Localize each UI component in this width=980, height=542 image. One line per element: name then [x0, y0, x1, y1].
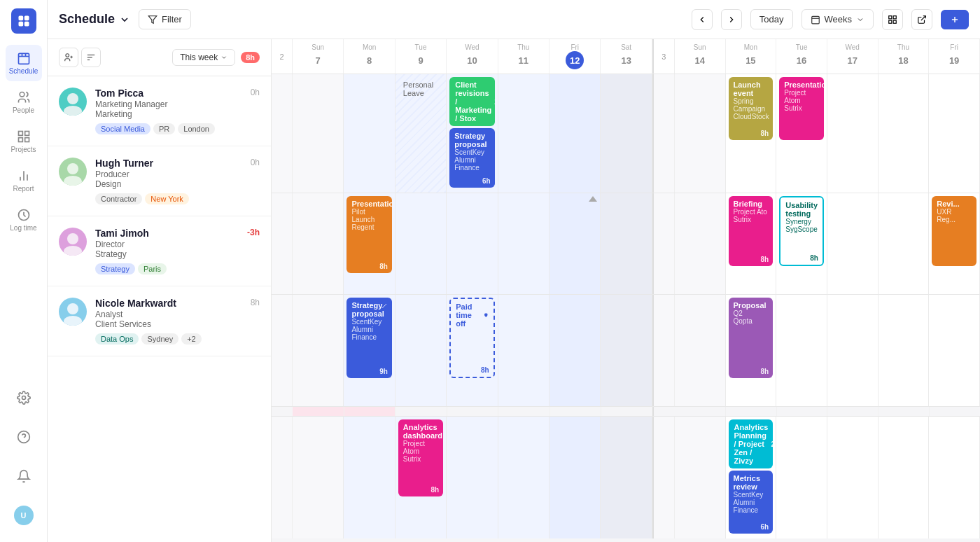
sidebar-item-schedule[interactable]: Schedule: [6, 45, 42, 81]
cell-tue9-row2[interactable]: [396, 193, 447, 294]
cell-tue16-row3[interactable]: [776, 295, 827, 406]
filter-button[interactable]: Filter: [139, 9, 191, 29]
person-item-nicole[interactable]: Nicole Markwardt Analyst Client Services…: [48, 286, 271, 356]
sort-button[interactable]: [81, 48, 101, 67]
day-header-sun7: Sun 7: [293, 39, 344, 74]
event-usability-testing[interactable]: Usability testing Synergy SygScope 8h: [779, 196, 824, 266]
cell-sun14-row3[interactable]: [675, 295, 726, 406]
sidebar-item-help[interactable]: [6, 419, 42, 455]
sidebar-item-notifications[interactable]: [6, 458, 42, 494]
cell-fri19-row4[interactable]: [929, 417, 980, 538]
cell-fri19-row1[interactable]: [929, 74, 980, 193]
sidebar-item-avatar[interactable]: U: [6, 497, 42, 534]
this-week-button[interactable]: This week: [172, 49, 235, 66]
event-presentation-hugh[interactable]: Presentation Pilot Launch Regent 8h: [346, 196, 391, 273]
cell-thu18-row4[interactable]: [878, 417, 930, 538]
person-dept-tom: Marketing: [95, 109, 242, 119]
weeks-button[interactable]: Weeks: [802, 9, 874, 29]
cell-tue16-row4[interactable]: [776, 417, 827, 538]
person-item-hugh[interactable]: Hugh Turner Producer Design Contractor N…: [48, 146, 271, 216]
cell-wed10-row2[interactable]: [447, 193, 498, 294]
cell-sun14-row4[interactable]: [675, 417, 726, 538]
cell-thu18-row2[interactable]: [878, 193, 930, 294]
cell-wed10-row4[interactable]: [447, 417, 498, 538]
cell-thu18-row1[interactable]: [878, 74, 930, 193]
cell-fri12-row1[interactable]: [550, 74, 601, 193]
cell-thu11-row2[interactable]: [498, 193, 550, 294]
event-analytics-planning[interactable]: Analytics Planning / Project Zen / Zivzy…: [729, 419, 774, 468]
cell-sun7-row3[interactable]: [293, 295, 344, 406]
cell-mon8-row2[interactable]: Presentation Pilot Launch Regent 8h: [344, 193, 395, 294]
cell-mon8-row1[interactable]: [344, 74, 395, 193]
event-revi[interactable]: Revi... UXR Reg...: [932, 196, 976, 266]
cell-wed17-row1[interactable]: [827, 74, 878, 193]
cell-sat13-row3[interactable]: [601, 295, 652, 406]
sidebar-item-report[interactable]: Report: [6, 162, 42, 199]
cell-sun7-row1[interactable]: [293, 74, 344, 193]
app-logo[interactable]: [11, 8, 36, 34]
cell-mon15-row4[interactable]: Analytics Planning / Project Zen / Zivzy…: [726, 417, 777, 538]
cell-thu11-row4[interactable]: [498, 417, 550, 538]
cell-wed17-row4[interactable]: [827, 417, 878, 538]
event-client-revisions[interactable]: Client revisions / Marketing / Stox 2h: [449, 77, 494, 126]
cell-tue9-row1[interactable]: Personal Leave: [396, 74, 447, 193]
cell-tue9-row3[interactable]: [396, 295, 447, 406]
cell-wed10-row3[interactable]: Paid time off 8h: [447, 295, 498, 406]
cell-tue16-row1[interactable]: Presentation Project Atom Sutrix: [776, 74, 827, 193]
cell-fri12-row3[interactable]: [550, 295, 601, 406]
cell-thu11-row1[interactable]: [498, 74, 550, 193]
cell-sun7-row4[interactable]: [293, 417, 344, 538]
event-metrics-review[interactable]: Metrics review ScentKey Alumni Finance 6…: [729, 471, 774, 534]
cell-fri19-row2[interactable]: Revi... UXR Reg...: [929, 193, 980, 294]
event-personal-leave[interactable]: Personal Leave: [398, 77, 443, 101]
cell-fri19-row3[interactable]: [929, 295, 980, 406]
cell-sat13-row1[interactable]: [601, 74, 652, 193]
cell-wed17-row3[interactable]: [827, 295, 878, 406]
sidebar-label-people: People: [13, 106, 34, 114]
view-toggle-button[interactable]: [882, 9, 903, 30]
tag-contractor: Contractor: [95, 193, 142, 204]
event-analytics-dashboard[interactable]: Analytics dashboard Project Atom Sutrix …: [398, 419, 443, 496]
cell-fri12-row4[interactable]: [550, 417, 601, 538]
cell-thu18-row3[interactable]: [878, 295, 930, 406]
next-button[interactable]: [721, 9, 742, 30]
cell-sat13-row4[interactable]: [601, 417, 652, 538]
cell-mon8-row4[interactable]: [344, 417, 395, 538]
cell-tue16-row2[interactable]: Usability testing Synergy SygScope 8h: [776, 193, 827, 294]
today-button[interactable]: Today: [750, 9, 793, 29]
sidebar-item-logtime[interactable]: Log time: [6, 202, 42, 238]
cell-sun14-row1[interactable]: [675, 74, 726, 193]
cell-mon15-row2[interactable]: Briefing Project Ato Sutrix 8h: [726, 193, 777, 294]
person-role-tom: Marketing Manager: [95, 99, 242, 109]
event-launch-event[interactable]: Launch event Spring Campaign CloudStock …: [729, 77, 774, 140]
event-presentation-tom[interactable]: Presentation Project Atom Sutrix: [779, 77, 824, 140]
event-briefing[interactable]: Briefing Project Ato Sutrix 8h: [729, 196, 774, 266]
sidebar-item-projects[interactable]: Projects: [6, 123, 42, 160]
add-button[interactable]: [941, 10, 969, 29]
cell-sun14-row2[interactable]: [675, 193, 726, 294]
cell-tue9-row4[interactable]: Analytics dashboard Project Atom Sutrix …: [396, 417, 447, 538]
add-person-button[interactable]: [59, 48, 78, 67]
event-proposal[interactable]: Proposal Q2 Qopta 8h: [729, 298, 774, 378]
cell-mon8-row3[interactable]: Strategy proposal ScentKey Alumni Financ…: [344, 295, 395, 406]
sidebar-item-people[interactable]: People: [6, 84, 42, 120]
cell-thu11-row3[interactable]: [498, 295, 550, 406]
event-strategy-proposal-tom[interactable]: Strategy proposal ScentKey Alumni Financ…: [449, 128, 494, 188]
person-name-tami: Tami Jimoh: [95, 228, 239, 239]
cell-mon15-row3[interactable]: Proposal Q2 Qopta 8h: [726, 295, 777, 406]
prev-button[interactable]: [692, 9, 713, 30]
person-item-tom[interactable]: Tom Picca Marketing Manager Marketing So…: [48, 76, 271, 146]
sidebar-item-settings[interactable]: [6, 380, 42, 416]
person-item-tami[interactable]: Tami Jimoh Director Strategy Strategy Pa…: [48, 216, 271, 286]
event-paid-time-off[interactable]: Paid time off 8h: [449, 298, 494, 378]
person-role-hugh: Producer: [95, 169, 242, 179]
cell-wed10-row1[interactable]: Client revisions / Marketing / Stox 2h S…: [447, 74, 498, 193]
external-link-button[interactable]: [911, 9, 932, 30]
cell-fri12-row2[interactable]: [550, 193, 601, 294]
svg-rect-1: [24, 16, 29, 21]
cell-sat13-row2[interactable]: [601, 193, 652, 294]
cell-sun7-row2[interactable]: [293, 193, 344, 294]
cell-wed17-row2[interactable]: [827, 193, 878, 294]
event-strategy-proposal-tami[interactable]: Strategy proposal ScentKey Alumni Financ…: [346, 298, 391, 378]
cell-mon15-row1[interactable]: Launch event Spring Campaign CloudStock …: [726, 74, 777, 193]
